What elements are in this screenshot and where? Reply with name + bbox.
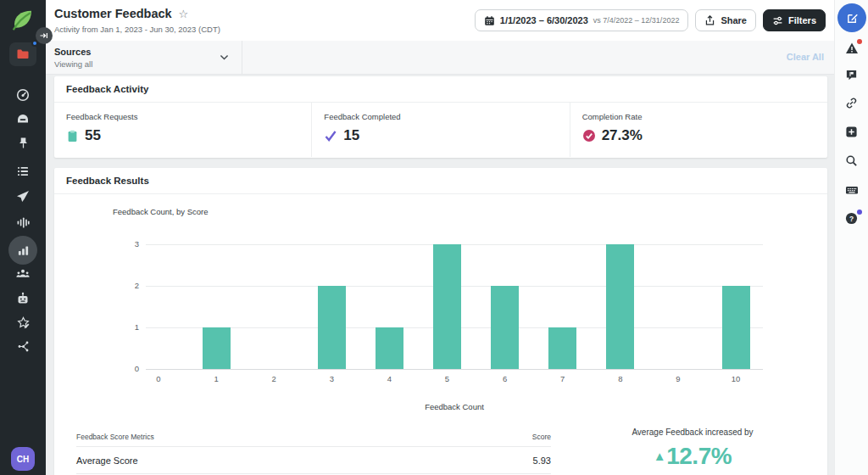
bar-score-4[interactable] — [376, 327, 403, 369]
report-header: Customer Feedback ☆ Activity from Jan 1,… — [46, 0, 834, 41]
right-sidebar: ? — [834, 0, 868, 475]
average-feedback-summary: Average Feedback increased by ▲12.7% — [565, 428, 820, 470]
add-icon[interactable] — [845, 126, 859, 139]
bar-score-5[interactable] — [433, 244, 461, 369]
stat-label: Feedback Requests — [66, 112, 311, 121]
x-axis-tick: 4 — [372, 374, 406, 383]
listening-icon[interactable] — [11, 210, 35, 234]
table-cell: Average Score — [76, 455, 138, 466]
page-title-text: Customer Feedback — [54, 7, 172, 20]
stat-label: Feedback Completed — [324, 112, 569, 121]
x-axis-tick: 3 — [314, 374, 348, 383]
stat-number: 55 — [85, 127, 101, 144]
bot-icon[interactable] — [11, 287, 35, 310]
share-icon — [704, 15, 715, 26]
page-title: Customer Feedback ☆ — [54, 7, 188, 20]
reports-icon[interactable] — [8, 236, 37, 265]
stat-number: 15 — [343, 127, 359, 144]
report-subtitle: Activity from Jan 1, 2023 - Jun 30, 2023… — [54, 25, 220, 34]
feedback-activity-title: Feedback Activity — [54, 76, 827, 103]
favorite-star-icon[interactable]: ☆ — [179, 8, 189, 20]
x-axis-tick: 1 — [199, 374, 233, 383]
x-axis-tick: 6 — [488, 374, 522, 383]
main-content: Customer Feedback ☆ Activity from Jan 1,… — [46, 0, 834, 475]
compose-icon[interactable] — [837, 3, 866, 32]
badge-dot — [857, 39, 862, 44]
folder-icon[interactable] — [9, 42, 36, 66]
bar-score-6[interactable] — [491, 286, 519, 369]
filters-label: Filters — [788, 15, 816, 25]
bar-score-3[interactable] — [318, 286, 346, 369]
link-icon[interactable] — [845, 97, 859, 110]
feedback-activity-card: Feedback Activity Feedback Requests55Fee… — [54, 76, 827, 158]
collapse-sidebar-button[interactable] — [36, 27, 53, 44]
share-button[interactable]: Share — [695, 9, 756, 31]
chart-x-axis-label: Feedback Count — [146, 402, 763, 411]
circle-check-icon — [582, 129, 596, 142]
y-axis-tick: 1 — [108, 322, 139, 332]
summary-label: Average Feedback increased by — [565, 428, 820, 437]
y-axis-tick: 3 — [108, 239, 139, 249]
search-icon[interactable] — [845, 154, 859, 168]
messages-icon[interactable] — [845, 69, 859, 82]
summary-percent: 12.7% — [666, 443, 732, 469]
bar-score-8[interactable] — [606, 244, 634, 369]
feedback-results-card: Feedback Results Feedback Count, by Scor… — [54, 168, 827, 475]
sprout-leaf-logo[interactable] — [10, 8, 36, 33]
keyboard-icon[interactable] — [845, 183, 859, 197]
pin-icon[interactable] — [11, 131, 35, 154]
bar-score-10[interactable] — [722, 286, 750, 369]
chart-title: Feedback Count, by Score — [113, 207, 208, 216]
date-range-button[interactable]: 1/1/2023 – 6/30/2023 vs 7/4/2022 – 12/31… — [475, 9, 689, 31]
y-axis-tick: 0 — [108, 364, 139, 373]
table-cell: 5.93 — [533, 455, 551, 466]
gridline — [146, 369, 763, 370]
inbox-icon[interactable] — [11, 107, 35, 131]
community-icon[interactable] — [11, 262, 35, 286]
x-axis-tick: 7 — [546, 374, 580, 383]
filters-button[interactable]: Filters — [763, 9, 826, 31]
x-axis-tick: 8 — [604, 374, 637, 383]
tasks-icon[interactable] — [11, 159, 35, 183]
reviews-icon[interactable] — [11, 310, 35, 334]
sources-filter[interactable]: Sources Viewing all — [46, 41, 242, 75]
x-axis-tick: 2 — [257, 374, 291, 383]
filters-icon — [772, 15, 783, 26]
badge-dot — [857, 210, 862, 215]
share-label: Share — [721, 15, 747, 25]
stat-card: Completion Rate27.3% — [570, 103, 827, 157]
chevron-down-icon — [219, 52, 230, 63]
x-axis-tick: 0 — [142, 374, 175, 383]
x-axis-tick: 5 — [431, 374, 465, 383]
stat-label: Completion Rate — [582, 112, 827, 121]
integrations-icon[interactable] — [11, 334, 35, 358]
dashboard-icon[interactable] — [11, 83, 35, 107]
stat-card: Feedback Completed15 — [311, 103, 569, 157]
avatar[interactable]: CH — [11, 447, 35, 471]
alerts-icon[interactable] — [845, 42, 859, 55]
filter-bar: Sources Viewing all Clear All — [46, 41, 834, 75]
summary-value: ▲12.7% — [565, 443, 820, 470]
table-row: Average Score5.93 — [76, 447, 551, 474]
help-icon[interactable]: ? — [845, 212, 859, 226]
metrics-table: Feedback Score MetricsScore Average Scor… — [76, 433, 551, 474]
publish-icon[interactable] — [11, 185, 35, 209]
feedback-results-title: Feedback Results — [54, 168, 827, 194]
arrow-up-icon: ▲ — [654, 449, 665, 463]
stat-card: Feedback Requests55 — [54, 103, 311, 157]
header-controls: 1/1/2023 – 6/30/2023 vs 7/4/2022 – 12/31… — [475, 9, 826, 31]
bar-score-7[interactable] — [548, 327, 576, 369]
left-sidebar: CH — [0, 0, 46, 475]
sources-label: Sources — [54, 47, 91, 57]
x-axis-tick: 9 — [661, 374, 695, 383]
clear-all-link[interactable]: Clear All — [787, 52, 824, 62]
check-icon — [324, 129, 337, 142]
table-header: Score — [532, 433, 551, 441]
date-range-text: 1/1/2023 – 6/30/2023 — [500, 15, 588, 25]
sources-value: Viewing all — [54, 59, 92, 69]
compare-range-text: vs 7/4/2022 – 12/31/2022 — [593, 16, 680, 25]
stat-number: 27.3% — [602, 127, 643, 144]
table-header: Feedback Score Metrics — [76, 433, 154, 441]
bar-score-1[interactable] — [203, 327, 231, 369]
clipboard-icon — [66, 130, 79, 142]
